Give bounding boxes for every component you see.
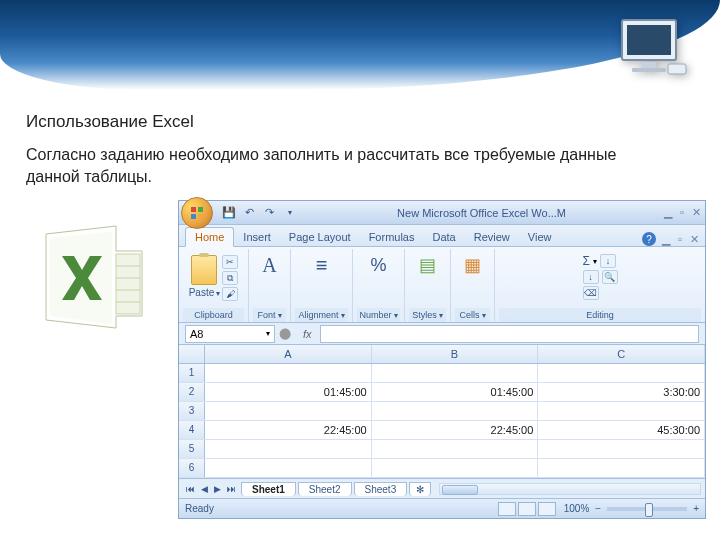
tab-insert[interactable]: Insert xyxy=(234,228,280,246)
format-painter-icon[interactable]: 🖌 xyxy=(222,287,238,301)
cell[interactable] xyxy=(538,364,705,382)
svg-rect-11 xyxy=(198,207,203,212)
grid[interactable]: 1 201:45:0001:45:003:30:00 3 422:45:0022… xyxy=(179,364,705,478)
tab-data[interactable]: Data xyxy=(423,228,464,246)
formula-bar[interactable] xyxy=(320,325,699,343)
colhead-b[interactable]: B xyxy=(372,345,539,363)
copy-icon[interactable]: ⧉ xyxy=(222,271,238,285)
tab-pagelayout[interactable]: Page Layout xyxy=(280,228,360,246)
view-normal-icon[interactable] xyxy=(498,502,516,516)
name-box[interactable]: A8▾ xyxy=(185,325,275,343)
find-icon[interactable]: 🔍 xyxy=(602,270,618,284)
cell[interactable]: 3:30:00 xyxy=(538,383,705,401)
computer-icon xyxy=(618,18,690,80)
clear-icon[interactable]: ⌫ xyxy=(583,286,599,300)
alignment-icon[interactable]: ≡ xyxy=(308,251,336,279)
group-font-label[interactable]: Font xyxy=(253,308,286,322)
cell[interactable] xyxy=(538,440,705,458)
paste-icon[interactable] xyxy=(191,255,217,285)
cell[interactable] xyxy=(205,402,372,420)
page-title: Использование Excel xyxy=(26,112,194,132)
redo-icon[interactable]: ↷ xyxy=(262,206,276,220)
office-button[interactable] xyxy=(181,197,213,229)
tab-formulas[interactable]: Formulas xyxy=(360,228,424,246)
sort-icon[interactable]: ↓ xyxy=(600,254,616,268)
styles-icon[interactable]: ▤ xyxy=(414,251,442,279)
cell[interactable]: 45:30:00 xyxy=(538,421,705,439)
tab-review[interactable]: Review xyxy=(465,228,519,246)
cell[interactable]: 22:45:00 xyxy=(372,421,539,439)
sheet-nav-last-icon[interactable]: ⏭ xyxy=(224,484,239,494)
excel-logo-icon xyxy=(26,216,156,338)
paste-button[interactable]: Paste xyxy=(189,287,221,298)
view-pagelayout-icon[interactable] xyxy=(518,502,536,516)
minimize-button[interactable]: ▁ xyxy=(664,206,672,219)
group-alignment-label[interactable]: Alignment xyxy=(295,308,348,322)
number-format-icon[interactable]: % xyxy=(365,251,393,279)
sheet-tabs-bar: ⏮ ◀ ▶ ⏭ Sheet1 Sheet2 Sheet3 ✻ xyxy=(179,478,705,498)
titlebar: 💾 ↶ ↷ New Microsoft Office Excel Wo...M … xyxy=(179,201,705,225)
select-all-corner[interactable] xyxy=(179,345,205,363)
restore-button[interactable]: ▫ xyxy=(680,206,684,219)
rowhead[interactable]: 3 xyxy=(179,402,205,420)
tab-view[interactable]: View xyxy=(519,228,561,246)
cell[interactable] xyxy=(205,440,372,458)
zoom-slider[interactable] xyxy=(607,507,687,511)
cell[interactable] xyxy=(372,459,539,477)
column-headers: A B C xyxy=(179,345,705,364)
save-icon[interactable]: 💾 xyxy=(222,206,236,220)
cell[interactable] xyxy=(538,402,705,420)
help-icon[interactable]: ? xyxy=(642,232,656,246)
sheet-tab-1[interactable]: Sheet1 xyxy=(241,482,296,496)
rowhead[interactable]: 4 xyxy=(179,421,205,439)
group-styles-label[interactable]: Styles xyxy=(409,308,446,322)
cell[interactable] xyxy=(372,364,539,382)
sheet-tab-2[interactable]: Sheet2 xyxy=(298,482,352,496)
sheet-tab-3[interactable]: Sheet3 xyxy=(354,482,408,496)
fx-icon[interactable]: fx xyxy=(303,328,312,340)
tab-home[interactable]: Home xyxy=(185,227,234,247)
cell[interactable] xyxy=(538,459,705,477)
qat-customize-icon[interactable] xyxy=(282,206,296,220)
rowhead[interactable]: 6 xyxy=(179,459,205,477)
undo-icon[interactable]: ↶ xyxy=(242,206,256,220)
zoom-in-icon[interactable]: + xyxy=(693,503,699,514)
cut-icon[interactable]: ✂ xyxy=(222,255,238,269)
cell[interactable] xyxy=(372,402,539,420)
font-icon[interactable]: A xyxy=(256,251,284,279)
doc-restore-button[interactable]: ▫ xyxy=(678,233,682,246)
autosum-icon[interactable]: Σ xyxy=(583,254,590,268)
namebox-expand-icon[interactable]: ⬤ xyxy=(275,327,295,340)
fill-icon[interactable]: ↓ xyxy=(583,270,599,284)
svg-rect-5 xyxy=(116,254,140,314)
view-pagebreak-icon[interactable] xyxy=(538,502,556,516)
group-number-label[interactable]: Number xyxy=(357,308,400,322)
svg-rect-1 xyxy=(627,25,671,55)
zoom-out-icon[interactable]: − xyxy=(595,503,601,514)
sheet-nav-first-icon[interactable]: ⏮ xyxy=(183,484,198,494)
doc-minimize-button[interactable]: ▁ xyxy=(662,233,670,246)
rowhead[interactable]: 1 xyxy=(179,364,205,382)
excel-window: 💾 ↶ ↷ New Microsoft Office Excel Wo...M … xyxy=(178,200,706,519)
cell[interactable]: 01:45:00 xyxy=(372,383,539,401)
sheet-nav-next-icon[interactable]: ▶ xyxy=(211,484,224,494)
zoom-level[interactable]: 100% xyxy=(564,503,590,514)
page-subtitle: Согласно заданию необходимо заполнить и … xyxy=(26,144,666,187)
colhead-a[interactable]: A xyxy=(205,345,372,363)
close-button[interactable]: ✕ xyxy=(692,206,701,219)
cell[interactable]: 22:45:00 xyxy=(205,421,372,439)
doc-close-button[interactable]: ✕ xyxy=(690,233,699,246)
rowhead[interactable]: 2 xyxy=(179,383,205,401)
status-ready: Ready xyxy=(185,503,214,514)
cells-icon[interactable]: ▦ xyxy=(459,251,487,279)
cell[interactable] xyxy=(372,440,539,458)
colhead-c[interactable]: C xyxy=(538,345,705,363)
horizontal-scrollbar[interactable] xyxy=(439,483,701,495)
sheet-nav-prev-icon[interactable]: ◀ xyxy=(198,484,211,494)
cell[interactable] xyxy=(205,364,372,382)
cell[interactable]: 01:45:00 xyxy=(205,383,372,401)
cell[interactable] xyxy=(205,459,372,477)
rowhead[interactable]: 5 xyxy=(179,440,205,458)
new-sheet-icon[interactable]: ✻ xyxy=(409,482,431,496)
group-cells-label[interactable]: Cells xyxy=(455,308,490,322)
